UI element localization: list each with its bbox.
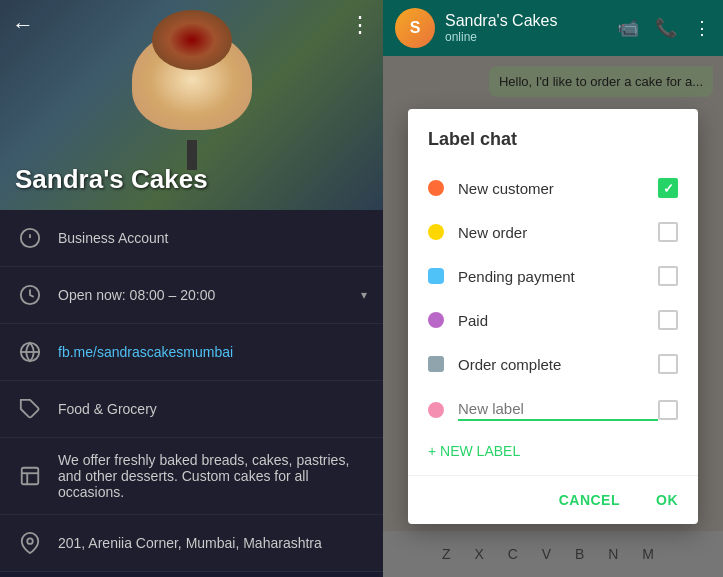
cancel-button[interactable]: CANCEL — [551, 484, 628, 516]
hours-row[interactable]: Open now: 08:00 – 20:00 ▾ — [0, 267, 383, 324]
new-customer-label: New customer — [458, 180, 658, 197]
chat-name: Sandra's Cakes — [445, 12, 607, 30]
description-row: We offer freshly baked breads, cakes, pa… — [0, 438, 383, 515]
avatar: S — [395, 8, 435, 48]
address-row: 201, Areniia Corner, Mumbai, Maharashtra — [0, 515, 383, 572]
new-order-label: New order — [458, 224, 658, 241]
website-row[interactable]: fb.me/sandrascakesmumbai — [0, 324, 383, 381]
new-customer-dot — [428, 180, 444, 196]
chat-info: Sandra's Cakes online — [445, 12, 607, 44]
tag-icon — [16, 395, 44, 423]
chat-status: online — [445, 30, 607, 44]
order-complete-label: Order complete — [458, 356, 658, 373]
new-order-checkbox[interactable] — [658, 222, 678, 242]
left-panel: ← ⋮ Sandra's Cakes Business Account — [0, 0, 383, 577]
business-name: Sandra's Cakes — [15, 164, 208, 195]
back-button[interactable]: ← — [12, 12, 34, 38]
category-text: Food & Grocery — [58, 401, 367, 417]
chat-header-icons: 📹 📞 ⋮ — [617, 17, 711, 39]
pending-payment-label: Pending payment — [458, 268, 658, 285]
chevron-down-icon: ▾ — [361, 288, 367, 302]
paid-label: Paid — [458, 312, 658, 329]
svg-point-10 — [27, 538, 33, 544]
new-label-item — [408, 386, 698, 433]
chat-header: S Sandra's Cakes online 📹 📞 ⋮ — [383, 0, 723, 56]
order-complete-checkbox[interactable] — [658, 354, 678, 374]
description-icon — [16, 462, 44, 490]
new-label-checkbox[interactable] — [658, 400, 678, 420]
dialog-overlay: Label chat New customer New order Pendin — [383, 56, 723, 577]
more-button[interactable]: ⋮ — [349, 12, 371, 38]
order-complete-dot — [428, 356, 444, 372]
new-order-dot — [428, 224, 444, 240]
paid-dot — [428, 312, 444, 328]
add-new-label-button[interactable]: + NEW LABEL — [408, 433, 698, 475]
label-chat-dialog: Label chat New customer New order Pendin — [408, 109, 698, 524]
info-section: Business Account Open now: 08:00 – 20:00… — [0, 210, 383, 572]
new-label-input[interactable] — [458, 398, 658, 421]
business-account-row: Business Account — [0, 210, 383, 267]
category-row: Food & Grocery — [0, 381, 383, 438]
business-icon — [16, 224, 44, 252]
video-call-icon[interactable]: 📹 — [617, 17, 639, 39]
label-item-pending-payment[interactable]: Pending payment — [408, 254, 698, 298]
globe-icon — [16, 338, 44, 366]
svg-rect-7 — [22, 468, 39, 485]
chat-background: Hello, I'd like to order a cake for a...… — [383, 56, 723, 577]
right-panel: S Sandra's Cakes online 📹 📞 ⋮ Hello, I'd… — [383, 0, 723, 577]
website-text: fb.me/sandrascakesmumbai — [58, 344, 367, 360]
clock-icon — [16, 281, 44, 309]
address-text: 201, Areniia Corner, Mumbai, Maharashtra — [58, 535, 367, 551]
label-item-new-order[interactable]: New order — [408, 210, 698, 254]
location-icon — [16, 529, 44, 557]
hours-text: Open now: 08:00 – 20:00 — [58, 287, 353, 303]
description-text: We offer freshly baked breads, cakes, pa… — [58, 452, 367, 500]
paid-checkbox[interactable] — [658, 310, 678, 330]
dialog-actions: CANCEL OK — [408, 475, 698, 524]
label-item-order-complete[interactable]: Order complete — [408, 342, 698, 386]
label-item-paid[interactable]: Paid — [408, 298, 698, 342]
ok-button[interactable]: OK — [648, 484, 686, 516]
pending-payment-dot — [428, 268, 444, 284]
pending-payment-checkbox[interactable] — [658, 266, 678, 286]
label-item-new-customer[interactable]: New customer — [408, 166, 698, 210]
dialog-title: Label chat — [408, 129, 698, 166]
voice-call-icon[interactable]: 📞 — [655, 17, 677, 39]
new-label-dot — [428, 402, 444, 418]
more-options-icon[interactable]: ⋮ — [693, 17, 711, 39]
business-account-text: Business Account — [58, 230, 367, 246]
new-customer-checkbox[interactable] — [658, 178, 678, 198]
